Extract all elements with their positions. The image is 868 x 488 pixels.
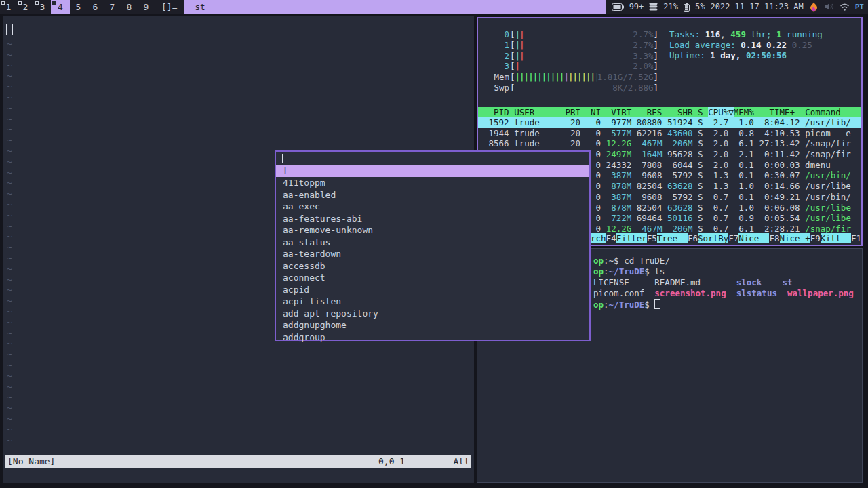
meter-label: 3	[489, 61, 510, 71]
vim-tilde: ~	[7, 264, 12, 273]
tag-button-8[interactable]: 8	[121, 0, 138, 14]
text-segment	[726, 288, 736, 298]
text-segment: :	[604, 300, 609, 310]
dmenu-item[interactable]: addgroup	[276, 331, 589, 344]
text-segment	[631, 138, 642, 148]
terminal-cursor	[654, 299, 660, 309]
text-segment: SortBy	[698, 233, 728, 243]
vim-tilde: ~	[7, 339, 12, 348]
clock: 2022-11-17 11:23 AM	[710, 2, 803, 12]
htop-function-key-bar[interactable]: rchF4FilterF5Tree F6SortByF7Nice -F8Nice…	[591, 233, 861, 243]
vim-tilde: ~	[7, 115, 12, 123]
text-segment: 0.22	[766, 40, 792, 50]
volume-icon[interactable]	[824, 3, 834, 11]
tag-label: 6	[93, 2, 98, 12]
dmenu-item[interactable]: acpi_listen	[276, 296, 589, 308]
summary-line: Load average: 0.14 0.22 0.25	[669, 40, 823, 51]
layout-symbol[interactable]: []=	[155, 0, 184, 14]
vim-tilde: ~	[7, 436, 12, 445]
tag-label: 8	[127, 2, 132, 12]
vim-tilde: ~	[7, 232, 12, 241]
tag-button-1[interactable]: 1	[0, 0, 17, 14]
dmenu-item[interactable]: addgnupghome	[276, 319, 589, 331]
dmenu-item[interactable]: 411toppm	[276, 177, 589, 189]
text-segment: 467M	[642, 224, 662, 234]
wifi-icon[interactable]	[840, 3, 850, 11]
meter-bracket: ]	[653, 40, 658, 50]
text-segment: Uptime:	[669, 50, 710, 60]
meter-bracket: [	[510, 61, 515, 71]
dmenu-input[interactable]	[276, 152, 589, 165]
tag-button-6[interactable]: 6	[87, 0, 104, 14]
text-segment: running	[782, 29, 823, 39]
vim-statusline: [No Name] 0,0-1 All	[5, 455, 471, 468]
tag-button-2[interactable]: 2	[17, 0, 34, 14]
dmenu-item[interactable]: aconnect	[276, 272, 589, 284]
tag-button-7[interactable]: 7	[104, 0, 121, 14]
text-segment: rch	[591, 233, 606, 243]
tag-button-9[interactable]: 9	[138, 0, 155, 14]
text-segment: 164M	[642, 149, 662, 159]
process-row[interactable]: 8566 trude 20 0 12.2G 467M 206M S 2.0 6.…	[478, 138, 861, 149]
dmenu-item[interactable]: aa-features-abi	[276, 213, 589, 225]
text-segment: ,	[720, 29, 730, 39]
text-segment: 63628	[667, 203, 693, 213]
text-segment: ls	[654, 266, 665, 277]
meter-row: 2[||3.3%]	[489, 50, 658, 61]
vim-filename: [No Name]	[5, 456, 55, 466]
dmenu-item[interactable]: aa-teardown	[276, 248, 589, 260]
vim-tilde: ~	[7, 414, 12, 423]
flame-icon[interactable]	[809, 2, 818, 12]
meter-value: 2.7%	[633, 40, 653, 50]
vim-tilde: ~	[7, 222, 12, 230]
process-row[interactable]: 1944 trude 20 0 577M 62216 43600 S 2.0 0…	[478, 128, 861, 139]
vim-tilde: ~	[7, 211, 12, 220]
terminal-line: picom.conf screenshot.png slstatus wallp…	[593, 288, 854, 299]
dmenu-item[interactable]: accessdb	[276, 260, 589, 272]
text-segment: F1	[851, 233, 861, 243]
text-segment: 12.2G	[606, 224, 632, 234]
meter-bars: |	[515, 61, 633, 71]
htop-table-header[interactable]: PID USER PRI NI VIRT RES SHR S CPU%▽MEM%…	[478, 107, 861, 117]
tag-button-5[interactable]: 5	[70, 0, 87, 14]
text-segment: S 0.7 6.1 2:28.21	[693, 224, 806, 234]
process-row[interactable]: 1592 trude 20 0 977M 80880 51924 S 2.7 1…	[478, 117, 861, 128]
dmenu-launcher[interactable]: [ 411toppmaa-enabledaa-execaa-features-a…	[275, 150, 591, 341]
tag-label: 1	[6, 2, 12, 12]
focused-window-title: st	[184, 0, 606, 14]
text-segment: 69464	[631, 213, 667, 223]
dmenu-item[interactable]: aa-enabled	[276, 189, 589, 201]
vim-tilde: ~	[7, 318, 12, 327]
dmenu-item-selected[interactable]: [	[276, 165, 589, 177]
text-segment: 0.14	[741, 40, 766, 50]
terminal-line: op:~/TruDE$ ls	[593, 266, 854, 277]
meter-bracket: ]	[653, 61, 658, 71]
meter-bracket: [	[510, 51, 515, 61]
vim-tilde: ~	[7, 125, 12, 134]
meter-label: 2	[489, 51, 510, 61]
text-segment: ~/TruDE	[609, 300, 645, 310]
text-segment: $	[644, 266, 654, 277]
keyboard-layout[interactable]: PT	[855, 3, 864, 12]
tag-button-4[interactable]: 4	[51, 0, 70, 14]
text-segment: wallpaper.png	[787, 288, 854, 298]
text-segment: thr;	[746, 29, 776, 39]
dmenu-item[interactable]: aa-remove-unknown	[276, 224, 589, 237]
text-segment: :~$	[604, 256, 624, 266]
text-segment: S 0.7 0.9 0:05.54	[693, 213, 806, 223]
text-segment: 50116	[667, 213, 693, 223]
dmenu-item[interactable]: acpid	[276, 284, 589, 296]
vim-scroll-indicator: All	[454, 456, 469, 466]
text-segment: 1592 trude 20 0 977M 80880 51924 S 2.7 1…	[484, 117, 851, 127]
tag-button-3[interactable]: 3	[34, 0, 51, 14]
text-segment: PID USER PRI NI VIRT RES SHR S	[484, 107, 708, 117]
tag-label: 7	[110, 2, 115, 12]
text-segment: 82504	[631, 181, 667, 191]
dmenu-item[interactable]: aa-exec	[276, 201, 589, 213]
text-segment: Tree	[657, 233, 688, 243]
dmenu-item[interactable]: add-apt-repository	[276, 308, 589, 320]
dmenu-item[interactable]: aa-status	[276, 237, 589, 249]
htop-meters: 0[||2.7%]1[||2.7%]2[||3.3%]3[|2.0%]Mem[|…	[489, 29, 658, 93]
vim-tilde: ~	[7, 403, 12, 412]
text-segment: 467M	[642, 138, 662, 148]
